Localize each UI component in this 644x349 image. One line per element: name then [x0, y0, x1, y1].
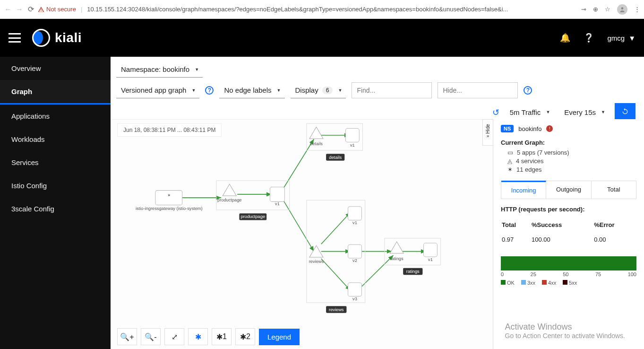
hide-input[interactable]	[438, 82, 518, 98]
graph-svg: ✶ istio-ingressgateway (istio-system) pr…	[111, 120, 493, 349]
svg-text:v1: v1	[350, 143, 355, 148]
http-title: HTTP (requests per second):	[501, 206, 636, 213]
svg-text:v1: v1	[428, 257, 433, 262]
apps-icon: ▭	[507, 149, 513, 156]
not-secure-indicator: Not secure	[38, 6, 76, 13]
browser-forward-button[interactable]: →	[15, 5, 24, 14]
star-icon[interactable]: ☆	[605, 6, 610, 13]
tab-incoming[interactable]: Incoming	[501, 181, 546, 199]
svg-text:ratings: ratings	[390, 256, 404, 261]
svg-line-5	[281, 197, 314, 252]
svg-text:reviews: reviews	[329, 307, 344, 312]
col-total: Total	[502, 218, 531, 231]
info-panel: NS bookinfo ! Current Graph: ▭5 apps (7 …	[493, 119, 644, 349]
browser-reload-button[interactable]: ⟳	[26, 5, 35, 14]
svg-rect-36	[348, 283, 362, 297]
namespace-badge: NS	[501, 125, 514, 132]
svg-text:v3: v3	[352, 297, 357, 301]
bell-icon[interactable]: 🔔	[560, 33, 570, 43]
svg-text:reviews: reviews	[309, 259, 324, 264]
sidebar-item-overview[interactable]: Overview	[0, 57, 111, 80]
find-input[interactable]	[352, 82, 432, 98]
toolbar-row-3: ↺ 5m Traffic Every 15s	[111, 98, 644, 122]
svg-text:details: details	[310, 141, 323, 146]
zoom-out-button[interactable]: 🔍-	[141, 328, 161, 345]
svg-text:details: details	[329, 155, 342, 160]
namespace-name: bookinfo	[518, 125, 541, 132]
svg-text:v1: v1	[275, 201, 280, 206]
namespace-dropdown[interactable]: Namespace: bookinfo	[116, 61, 203, 78]
svg-text:v1: v1	[352, 220, 357, 225]
edges-stat: 11 edges	[516, 166, 542, 173]
svg-rect-34	[348, 244, 362, 258]
browser-back-button[interactable]: ←	[4, 5, 12, 14]
find-hide-help-icon[interactable]: ?	[524, 86, 532, 95]
val-total: 0.97	[502, 232, 531, 247]
zoom-icon[interactable]: ⊕	[593, 6, 598, 13]
layout-2-button[interactable]: ✱ 2	[235, 328, 255, 345]
sidebar: Overview Graph Applications Workloads Se…	[0, 57, 111, 349]
svg-text:istio-ingressgateway (istio-sy: istio-ingressgateway (istio-system)	[136, 206, 203, 211]
col-success: %Success	[532, 218, 593, 231]
profile-avatar-icon[interactable]	[617, 4, 627, 15]
refresh-icon	[621, 108, 629, 115]
traffic-duration-dropdown[interactable]: 5m Traffic	[505, 105, 554, 121]
svg-line-3	[281, 139, 314, 192]
tab-total[interactable]: Total	[592, 181, 636, 199]
chevron-right-icon: »	[487, 133, 489, 139]
svg-rect-18	[270, 187, 284, 201]
http-metrics-table: Total %Success %Error 0.97 100.00 0.00	[501, 218, 636, 248]
graph-canvas[interactable]: Jun 18, 08:38:11 PM ... 08:43:11 PM	[111, 119, 493, 349]
graph-type-dropdown[interactable]: Versioned app graph	[116, 82, 199, 98]
svg-point-0	[621, 7, 624, 9]
toolbar-row-2: Versioned app graph ? No edge labels Dis…	[111, 78, 644, 98]
layout-1-button[interactable]: ✱ 1	[212, 328, 232, 345]
help-icon[interactable]: ❔	[584, 33, 594, 43]
zoom-in-button[interactable]: 🔍+	[117, 328, 137, 345]
services-icon: ◬	[507, 157, 512, 165]
sidebar-item-workloads[interactable]: Workloads	[0, 128, 111, 151]
svg-marker-41	[390, 242, 404, 253]
sidebar-item-3scale-config[interactable]: 3scale Config	[0, 197, 111, 220]
toolbar-row-1: Namespace: bookinfo	[111, 57, 644, 78]
app-topbar: kiali 🔔 ❔ gmcg ▼	[0, 19, 644, 57]
col-error: %Error	[594, 218, 635, 231]
replay-icon[interactable]: ↺	[492, 107, 499, 118]
refresh-interval-dropdown[interactable]: Every 15s	[559, 105, 609, 121]
key-icon[interactable]: ⊸	[581, 6, 586, 13]
browser-chrome: ← → ⟳ Not secure | 10.15.155.124:30248/k…	[0, 0, 644, 19]
error-indicator-icon[interactable]: !	[546, 125, 553, 132]
svg-text:✶: ✶	[167, 193, 171, 198]
edge-labels-dropdown[interactable]: No edge labels	[219, 82, 284, 98]
sidebar-item-graph[interactable]: Graph	[0, 80, 111, 105]
svg-marker-23	[309, 127, 323, 139]
val-success: 100.00	[532, 232, 593, 247]
svg-text:v2: v2	[352, 258, 357, 263]
bar-ok	[501, 256, 636, 270]
svg-rect-43	[423, 243, 437, 257]
hide-panel-tab[interactable]: Hide »	[482, 119, 493, 146]
sidebar-item-istio-config[interactable]: Istio Config	[0, 174, 111, 197]
display-dropdown[interactable]: Display 6	[291, 82, 346, 98]
svg-text:ratings: ratings	[406, 269, 420, 274]
url-text: 10.15.155.124:30248/kiali/console/graph/…	[87, 6, 508, 13]
legend-button[interactable]: Legend	[259, 329, 300, 345]
fit-to-screen-button[interactable]: ⤢	[164, 328, 184, 345]
services-stat: 4 services	[516, 157, 544, 165]
browser-address-bar[interactable]: Not secure | 10.15.155.124:30248/kiali/c…	[38, 6, 578, 13]
sidebar-item-applications[interactable]: Applications	[0, 105, 111, 128]
hamburger-menu-button[interactable]	[9, 33, 21, 43]
svg-text:productpage: productpage	[241, 214, 266, 219]
user-menu[interactable]: gmcg ▼	[607, 34, 635, 42]
current-graph-title: Current Graph:	[501, 139, 636, 146]
sidebar-item-services[interactable]: Services	[0, 151, 111, 174]
tab-outgoing[interactable]: Outgoing	[546, 181, 591, 199]
edges-icon: ✶	[507, 166, 513, 173]
svg-line-8	[321, 259, 351, 290]
svg-text:productpage: productpage	[217, 198, 242, 202]
kiali-logo-icon	[32, 29, 50, 47]
graph-type-help-icon[interactable]: ?	[205, 86, 214, 95]
browser-menu-icon[interactable]: ⋮	[634, 6, 640, 13]
traffic-tabs: Incoming Outgoing Total	[501, 181, 636, 199]
layout-default-button[interactable]: ✱	[188, 328, 208, 345]
